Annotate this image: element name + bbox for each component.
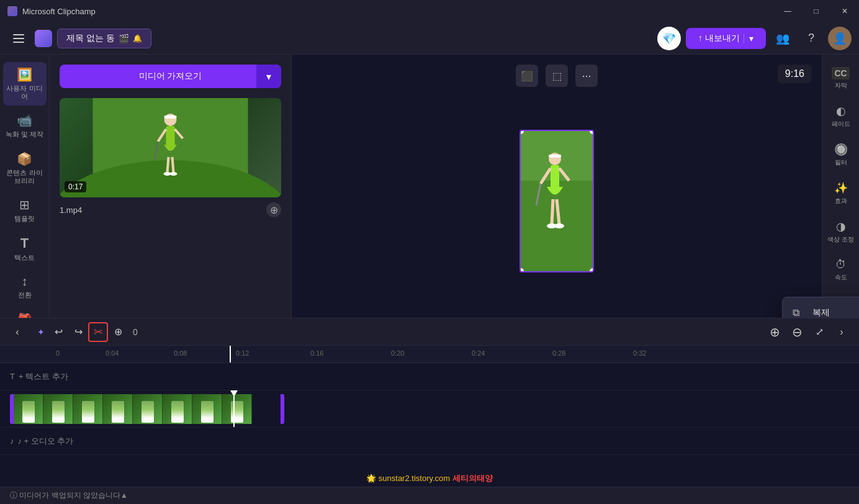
help-button[interactable]: ? — [799, 27, 823, 50]
clip-frame-6 — [163, 394, 192, 424]
add-to-timeline-button[interactable]: ⊕ — [266, 202, 281, 217]
cut-button[interactable]: ✂ — [88, 322, 108, 342]
undo-button[interactable]: ↩ — [48, 322, 68, 342]
resize-button[interactable]: ⬚ — [546, 65, 568, 87]
add-audio-label: ♪ + 오디오 추가 — [18, 436, 74, 447]
import-button-container: 미디어 가져오기 ▾ — [60, 65, 281, 88]
template-icon: ⊞ — [19, 197, 30, 212]
clip-frame-8 — [222, 394, 252, 424]
logo-icon — [35, 30, 52, 47]
sidebar-item-transition[interactable]: ↕️ 전환 — [3, 269, 47, 304]
export-dropdown-icon: ▾ — [744, 34, 753, 43]
svg-rect-17 — [551, 165, 559, 190]
zoom-controls: ⊕ ⊖ ⤢ › — [765, 322, 852, 342]
fade-icon: ◐ — [836, 104, 846, 118]
ruler-mark-20: 0:20 — [391, 349, 404, 357]
right-panel-speed[interactable]: ⏱ 속도 — [825, 253, 857, 286]
audio-track-label: ♪ ♪ + 오디오 추가 — [10, 436, 84, 447]
clip-frame-4 — [103, 394, 133, 424]
add-text-label: + 텍스트 추가 — [19, 371, 68, 382]
ruler-mark-0: 0 — [56, 349, 60, 357]
corner-handle-bl[interactable] — [519, 268, 524, 272]
clip-frame-2 — [43, 394, 73, 424]
ruler-mark-8: 0:08 — [174, 349, 187, 357]
gem-button[interactable]: 💎 — [657, 27, 681, 50]
main-content: 🖼️ 사용자 미디어 📹 녹화 및 제작 📦 콘텐츠 라이브리리 ⊞ 템플릿 T… — [0, 55, 859, 318]
sidebar-item-brand[interactable]: 🎒 브랜드 키트 — [3, 307, 47, 318]
corner-handle-tr[interactable] — [590, 130, 594, 134]
import-button[interactable]: 미디어 가져오기 — [60, 65, 281, 88]
video-preview — [519, 130, 594, 272]
redo-button[interactable]: ↪ — [68, 322, 88, 342]
sidebar-content-label: 콘텐츠 라이브리리 — [6, 169, 44, 185]
clip-end-handle[interactable] — [281, 394, 284, 424]
user-avatar[interactable]: 👤 — [828, 27, 852, 50]
export-label: ↑ 내보내기 — [698, 33, 740, 44]
app-container: 제목 없는 동 🎬 🔔 💎 ↑ 내보내기 ▾ 👥 ? 👤 🖼️ 사용자 미디어 … — [0, 22, 859, 504]
right-panel: CC 자막 ◐ 페이드 🔘 필터 ✨ 효과 ◑ 색상 조정 ⏱ 속도 — [822, 55, 859, 318]
sidebar-item-record[interactable]: 📹 녹화 및 제작 — [3, 108, 47, 143]
clip-frame-5 — [133, 394, 163, 424]
clip-frames — [14, 394, 281, 424]
sidebar-item-media[interactable]: 🖼️ 사용자 미디어 — [3, 62, 47, 106]
duplicate-timeline-button[interactable]: ⊕ — [108, 322, 128, 342]
text-icon: T — [20, 235, 29, 251]
ruler-mark-28: 0:28 — [552, 349, 565, 357]
more-options-button[interactable]: ··· — [575, 65, 598, 87]
color-label: 색상 조정 — [827, 236, 854, 243]
timeline-ruler: 0 0:04 0:08 0:12 0:16 0:20 0:24 0:28 0:3… — [0, 346, 859, 363]
color-icon: ◑ — [836, 220, 846, 233]
hamburger-menu-button[interactable] — [7, 27, 30, 50]
timeline-actions: ✦ ↩ ↪ ✂ ⊕ 0 — [32, 322, 760, 342]
close-button[interactable]: ✕ — [830, 0, 859, 22]
right-panel-fade[interactable]: ◐ 페이드 — [825, 99, 857, 133]
import-dropdown-button[interactable]: ▾ — [256, 65, 281, 88]
left-sidebar: 🖼️ 사용자 미디어 📹 녹화 및 제작 📦 콘텐츠 라이브리리 ⊞ 템플릿 T… — [0, 55, 50, 318]
zoom-in-button[interactable]: ⊕ — [765, 322, 785, 342]
watermark-emoji: 🌟 — [366, 474, 376, 483]
duplicate-label: 복제 — [812, 307, 859, 318]
svg-rect-4 — [166, 126, 175, 148]
maximize-button[interactable]: □ — [802, 0, 830, 22]
time-display: 9:16 — [778, 65, 812, 83]
share-button[interactable]: 👥 — [771, 27, 794, 50]
right-panel-effect[interactable]: ✨ 효과 — [825, 176, 857, 210]
right-panel-filter[interactable]: 🔘 필터 — [825, 138, 857, 171]
text-track-label: T + 텍스트 추가 — [10, 371, 84, 382]
minimize-button[interactable]: — — [773, 0, 802, 22]
corner-handle-br[interactable] — [590, 268, 594, 272]
project-name-button[interactable]: 제목 없는 동 🎬 🔔 — [57, 29, 151, 48]
app-icon — [7, 6, 17, 16]
speed-label: 속도 — [835, 274, 847, 281]
export-button[interactable]: ↑ 내보내기 ▾ — [686, 28, 766, 49]
magic-icon: ✦ — [37, 327, 45, 337]
expand-panel-button[interactable]: › — [832, 322, 852, 342]
right-panel-color[interactable]: ◑ 색상 조정 — [825, 215, 857, 248]
effect-icon: ✨ — [834, 181, 848, 195]
preview-controls-top: ⬛ ⬚ ··· — [516, 65, 598, 87]
zoom-out-button[interactable]: ⊖ — [787, 322, 807, 342]
video-preview-wrapper — [519, 130, 594, 272]
media-thumbnail: 0:17 — [60, 98, 281, 197]
sidebar-record-label: 녹화 및 제작 — [6, 130, 43, 138]
time-position: 0 — [133, 327, 138, 337]
media-panel: 미디어 가져오기 ▾ — [50, 55, 292, 318]
crop-button[interactable]: ⬛ — [516, 65, 538, 87]
thumbnail-svg — [60, 98, 281, 197]
menu-item-duplicate[interactable]: ⧉ 복제 CTRL+D — [783, 301, 859, 318]
collapse-panel-button[interactable]: ‹ — [7, 322, 27, 342]
sidebar-item-template[interactable]: ⊞ 템플릿 — [3, 192, 47, 228]
video-track-row — [0, 390, 859, 428]
right-panel-cc[interactable]: CC 자막 — [825, 62, 857, 94]
effect-label: 효과 — [835, 197, 847, 205]
preview-area: ⬛ ⬚ ··· — [292, 55, 822, 318]
playhead-ruler — [230, 346, 231, 362]
svg-point-11 — [170, 172, 178, 176]
watermark-domain: sunstar2.tistory.com — [379, 474, 450, 483]
media-filename: 1.mp4 ⊕ — [60, 202, 281, 217]
sidebar-item-content[interactable]: 📦 콘텐츠 라이브리리 — [3, 146, 47, 190]
sidebar-item-text[interactable]: T 텍스트 — [3, 230, 47, 267]
duration-badge: 0:17 — [65, 181, 86, 192]
fit-view-button[interactable]: ⤢ — [809, 322, 829, 342]
speed-icon: ⏱ — [835, 258, 847, 271]
